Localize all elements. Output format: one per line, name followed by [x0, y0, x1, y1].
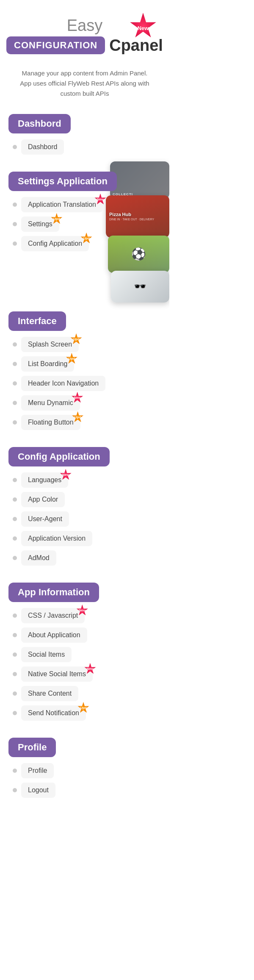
section-items-profile: Profile Logout	[8, 763, 161, 798]
mockup-icon-4: 🕶️	[134, 280, 146, 292]
list-item[interactable]: Social Items	[13, 647, 161, 662]
mockup-area: Settings Application Application Transla…	[0, 161, 169, 301]
item-dot	[13, 652, 17, 657]
item-dot	[13, 788, 17, 792]
page-wrapper: Easy CONFIGURATION Cpanel New Manage you…	[0, 0, 169, 830]
list-item[interactable]: Menu Dynamic New	[13, 395, 161, 411]
item-label-logout: Logout	[21, 783, 55, 798]
section-app-information: App Information CSS / Javascript New Abo…	[0, 572, 169, 721]
item-label-user-agent: User-Agent	[21, 511, 69, 527]
subtitle-text: Manage your app content from Admin Panel…	[0, 63, 169, 104]
item-label-languages: Languages New	[21, 472, 68, 488]
item-label-settings: Settings Upd	[21, 217, 59, 232]
section-header-dashbord[interactable]: Dashbord	[8, 114, 71, 133]
item-dot	[13, 222, 17, 226]
list-item[interactable]: Send Notification Upd	[13, 705, 161, 721]
item-dot	[13, 614, 17, 618]
badge-update: Upd	[51, 213, 63, 225]
section-items-app-info: CSS / Javascript New About Application S…	[8, 608, 161, 721]
item-label-translation: Application Translation New	[21, 197, 103, 212]
item-label-app-color: App Color	[21, 492, 65, 507]
item-dot	[13, 556, 17, 560]
section-interface: Interface Splash Screen Upd List Boardin…	[0, 301, 169, 430]
section-items-dashbord: Dashbord	[8, 139, 161, 155]
item-dot	[13, 145, 17, 149]
section-header-interface[interactable]: Interface	[8, 311, 66, 331]
badge-new: New	[76, 605, 88, 616]
item-label-about-app: About Application	[21, 627, 87, 643]
item-label-app-version: Application Version	[21, 531, 92, 546]
badge-new: New	[72, 392, 83, 404]
item-label-send-notification: Send Notification Upd	[21, 705, 86, 721]
item-dot	[13, 478, 17, 482]
list-item[interactable]: Logout	[13, 783, 161, 798]
item-label-floating: Floating Button Upd	[21, 415, 80, 430]
list-item[interactable]: List Boarding Upd	[13, 356, 161, 372]
item-label-admod: AdMod	[21, 550, 56, 566]
item-dot	[13, 362, 17, 366]
item-dot	[13, 342, 17, 347]
section-settings: Settings Application Application Transla…	[0, 161, 169, 251]
config-badge: CONFIGURATION	[6, 36, 105, 54]
badge-update: Upd	[70, 333, 82, 345]
section-items-interface: Splash Screen Upd List Boarding Upd Head…	[8, 337, 161, 430]
item-label-css-js: CSS / Javascript New	[21, 608, 85, 623]
badge-new: New	[94, 194, 106, 205]
list-item[interactable]: Config Application Upd	[13, 236, 161, 251]
item-dot	[13, 672, 17, 676]
item-dot	[13, 536, 17, 541]
list-item[interactable]: Share Content	[13, 686, 161, 701]
list-item[interactable]: Native Social Items New	[13, 666, 161, 682]
item-label-native-social: Native Social Items New	[21, 666, 93, 682]
item-dot	[13, 691, 17, 696]
list-item[interactable]: Application Version	[13, 531, 161, 546]
badge-update: Upd	[77, 702, 89, 714]
item-dot	[13, 497, 17, 502]
item-label-dashbord: Dashbord	[21, 139, 64, 155]
new-badge-header: New	[130, 13, 157, 40]
item-label-splash: Splash Screen Upd	[21, 337, 79, 352]
item-dot	[13, 203, 17, 207]
section-items-settings: Application Translation New Settings Upd…	[8, 197, 161, 251]
item-label-menu-dynamic: Menu Dynamic New	[21, 395, 80, 411]
item-label-boarding: List Boarding Upd	[21, 356, 74, 372]
section-dashbord: Dashbord Dashbord	[0, 104, 169, 155]
list-item[interactable]: Splash Screen Upd	[13, 337, 161, 352]
badge-new: New	[84, 663, 96, 675]
list-item[interactable]: Settings Upd	[13, 217, 161, 232]
section-config-application: Config Application Languages New App Col…	[0, 437, 169, 566]
list-item[interactable]: User-Agent	[13, 511, 161, 527]
new-badge-text: New	[138, 25, 149, 31]
section-header-app-info[interactable]: App Information	[8, 583, 99, 602]
list-item[interactable]: Floating Button Upd	[13, 415, 161, 430]
badge-update: Upd	[66, 353, 77, 365]
list-item[interactable]: App Color	[13, 492, 161, 507]
list-item[interactable]: CSS / Javascript New	[13, 608, 161, 623]
list-item[interactable]: Profile	[13, 763, 161, 778]
badge-update: Upd	[72, 411, 84, 423]
list-item[interactable]: Application Translation New	[13, 197, 161, 212]
list-item[interactable]: Languages New	[13, 472, 161, 488]
list-item[interactable]: Header Icon Navigation	[13, 376, 161, 391]
badge-new: New	[60, 469, 72, 481]
list-item[interactable]: About Application	[13, 627, 161, 643]
section-items-config: Languages New App Color User-Agent Appli…	[8, 472, 161, 566]
section-profile: Profile Profile Logout	[0, 727, 169, 798]
item-label-header-icon: Header Icon Navigation	[21, 376, 105, 391]
item-dot	[13, 242, 17, 246]
mockup-card-4: 🕶️	[111, 271, 169, 303]
list-item[interactable]: Dashbord	[13, 139, 161, 155]
section-header-config[interactable]: Config Application	[8, 447, 110, 466]
item-dot	[13, 381, 17, 386]
item-dot	[13, 711, 17, 715]
item-label-profile: Profile	[21, 763, 54, 778]
section-header-settings[interactable]: Settings Application	[8, 172, 117, 191]
item-label-config-app: Config Application Upd	[21, 236, 89, 251]
section-header-profile[interactable]: Profile	[8, 738, 56, 757]
item-label-social-items: Social Items	[21, 647, 72, 662]
badge-update: Upd	[80, 233, 92, 244]
item-dot	[13, 517, 17, 521]
list-item[interactable]: AdMod	[13, 550, 161, 566]
new-star-shape: New	[130, 13, 157, 40]
item-dot	[13, 769, 17, 773]
